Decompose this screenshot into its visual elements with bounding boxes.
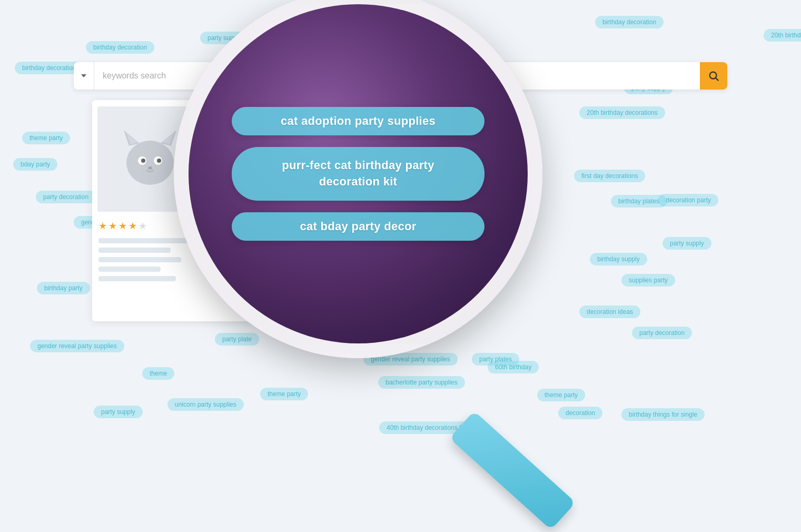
magnifier: cat adoption party supplies purr-fect ca… [174, 0, 569, 385]
dropdown-arrow-icon [81, 74, 86, 77]
bg-tag: theme party [537, 389, 585, 401]
bg-tag: party supply [94, 406, 143, 418]
magnifier-lens: cat adoption party supplies purr-fect ca… [174, 0, 542, 358]
bg-tag: first day decorations [574, 170, 645, 182]
bg-tag: party decoration [36, 191, 96, 203]
svg-point-11 [148, 166, 152, 170]
bg-tag: birthday party [37, 282, 90, 294]
suggestion-2[interactable]: purr-fect cat birthday party decoration … [232, 147, 484, 201]
bg-tag: decoration [558, 407, 602, 419]
search-button[interactable] [700, 62, 727, 90]
svg-line-1 [716, 78, 718, 81]
svg-point-10 [157, 159, 161, 163]
bg-tag: party decoration [632, 327, 692, 339]
bg-tag: birthday supply [590, 253, 647, 265]
bg-tag: theme [142, 367, 174, 380]
bg-tag: birthday decoration [86, 41, 154, 54]
bg-tag: unicorn party supplies [167, 398, 244, 411]
bg-tag: bday party [13, 158, 57, 171]
search-icon [708, 70, 719, 82]
category-dropdown[interactable] [74, 62, 94, 90]
magnifier-handle [449, 411, 576, 530]
svg-point-0 [710, 72, 717, 79]
suggestion-1[interactable]: cat adoption party supplies [232, 107, 484, 135]
svg-point-2 [126, 141, 174, 185]
bg-tag: birthday decoration [15, 62, 83, 74]
bg-tag: birthday decoration [595, 16, 664, 28]
bg-tag: theme party [22, 132, 70, 144]
bg-tag: birthday things for single [621, 408, 705, 421]
bg-tag: theme party [260, 388, 308, 400]
bg-tag: 20th birthday decorations [579, 106, 665, 119]
suggestion-3[interactable]: cat bday party decor [232, 212, 484, 241]
bg-tag: decoration party [658, 194, 718, 206]
bg-tag: gender reveal party supplies [30, 340, 124, 352]
bg-tag: party supply [662, 237, 711, 250]
bg-tag: birthday plates [611, 195, 667, 208]
bg-tag: 20th birthday decorations [764, 29, 801, 42]
bg-tag: supplies party [621, 274, 675, 287]
svg-point-9 [141, 159, 145, 163]
bg-tag: decoration ideas [579, 306, 640, 318]
